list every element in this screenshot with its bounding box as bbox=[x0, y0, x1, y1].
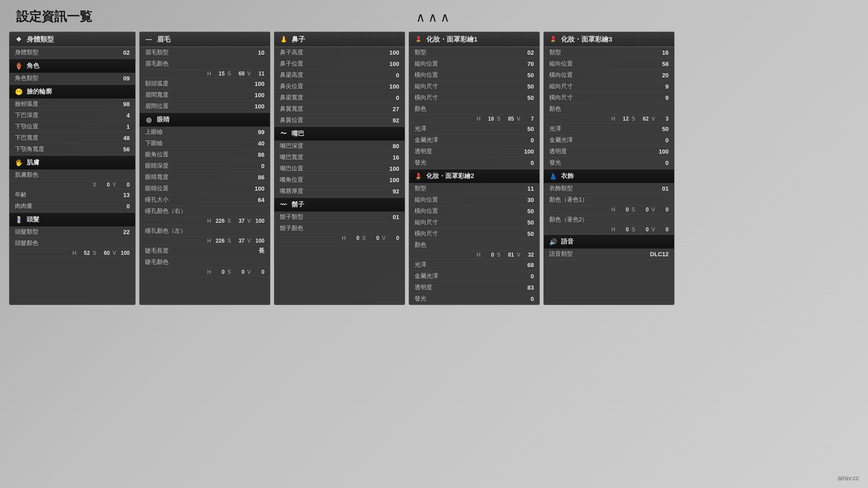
lash-len-row[interactable]: 睫毛長度 長 bbox=[140, 245, 270, 257]
mk3-metallic-row[interactable]: 金屬光澤 0 bbox=[544, 135, 674, 146]
voice-type-row[interactable]: 語音類型 DLC12 bbox=[544, 249, 674, 260]
eye-pos-row[interactable]: 眼睛位置 100 bbox=[140, 183, 270, 194]
beard-color-row[interactable]: 鬍子顏色 bbox=[274, 223, 405, 234]
mk3-opacity-row[interactable]: 透明度 100 bbox=[544, 146, 674, 157]
eyebrow-type-row[interactable]: 眉毛類型 10 bbox=[140, 47, 270, 58]
beard-type-row[interactable]: 鬍子類型 01 bbox=[274, 211, 405, 223]
mk3-type-row[interactable]: 類型 16 bbox=[544, 47, 674, 58]
pupil-color-l-label: 瞳孔顏色（左） bbox=[145, 227, 186, 235]
mk2-gloss-row[interactable]: 光澤 68 bbox=[409, 259, 539, 271]
mk1-metallic-row[interactable]: 金屬光澤 0 bbox=[409, 135, 539, 146]
face-jaw-width-row[interactable]: 下顎角寬度 56 bbox=[9, 144, 135, 155]
mk1-hpos-row[interactable]: 橫向位置 50 bbox=[409, 70, 539, 81]
mouth-pos-row[interactable]: 嘴巴位置 100 bbox=[274, 163, 405, 174]
mk2-vpos-row[interactable]: 縦向位置 30 bbox=[409, 194, 539, 206]
section-makeup2: 💄 化妝・面罩彩繪2 bbox=[409, 169, 539, 183]
mk2-metallic-row[interactable]: 金屬光澤 0 bbox=[409, 271, 539, 282]
eyes-label: 眼睛 bbox=[157, 116, 170, 124]
mk2-vsize-row[interactable]: 縦向尺寸 50 bbox=[409, 217, 539, 228]
brow-pos-row[interactable]: 眉間位置 100 bbox=[140, 101, 270, 112]
mk1-glow-row[interactable]: 發光 0 bbox=[409, 157, 539, 169]
mk2-hpos-row[interactable]: 橫向位置 50 bbox=[409, 206, 539, 217]
mk3-hpos-row[interactable]: 橫向位置 20 bbox=[544, 70, 674, 81]
nose-bridge-h-row[interactable]: 鼻梁高度 0 bbox=[274, 70, 405, 81]
mouth-depth-row[interactable]: 嘴巴深度 80 bbox=[274, 141, 405, 152]
eyebrow-color-row[interactable]: 眉毛顏色 bbox=[140, 58, 270, 70]
mk2-type-row[interactable]: 類型 11 bbox=[409, 183, 539, 194]
mk1-gloss-row[interactable]: 光澤 50 bbox=[409, 123, 539, 135]
brow-gap-row[interactable]: 眉間寬度 100 bbox=[140, 89, 270, 101]
nose-bridge-w-row[interactable]: 鼻梁寬度 0 bbox=[274, 92, 405, 103]
mouth-corner-row[interactable]: 嘴角位置 100 bbox=[274, 174, 405, 186]
hair-type-row[interactable]: 頭髮類型 22 bbox=[9, 226, 135, 238]
mouth-width-row[interactable]: 嘴巴寬度 16 bbox=[274, 152, 405, 163]
lip-thickness-value: 92 bbox=[393, 188, 399, 195]
character-type-row[interactable]: 角色類型 09 bbox=[9, 73, 135, 84]
clothing-color2-label: 顏色（著色2） bbox=[549, 216, 588, 224]
mk2-color-row[interactable]: 顏色 bbox=[409, 239, 539, 251]
mk1-glow-value: 0 bbox=[531, 160, 534, 166]
nose-tip-label: 鼻尖位置 bbox=[280, 82, 303, 90]
section-eyes: ◎ 眼睛 bbox=[140, 113, 270, 127]
face-chin-width-row[interactable]: 下巴寬度 48 bbox=[9, 132, 135, 144]
mk2-glow-row[interactable]: 發光 0 bbox=[409, 293, 539, 305]
pupil-size-row[interactable]: 瞳孔大小 64 bbox=[140, 194, 270, 206]
mk1-hsize-row[interactable]: 橫向尺寸 50 bbox=[409, 92, 539, 103]
upper-eyelid-row[interactable]: 上眼瞼 99 bbox=[140, 127, 270, 138]
face-jaw-pos-row[interactable]: 下顎位置 1 bbox=[9, 121, 135, 132]
muscle-value: 0 bbox=[127, 203, 130, 210]
muscle-row[interactable]: 肉肉量 0 bbox=[9, 201, 135, 212]
mk1-vpos-label: 縦向位置 bbox=[415, 60, 438, 68]
mk2-hsize-row[interactable]: 橫向尺寸 50 bbox=[409, 228, 539, 239]
clothing-color1-row[interactable]: 顏色（著色1） bbox=[544, 194, 674, 206]
lower-eyelid-row[interactable]: 下眼瞼 40 bbox=[140, 138, 270, 149]
face-chin-depth-row[interactable]: 下巴深度 4 bbox=[9, 110, 135, 121]
eye-corner-row[interactable]: 眼角位置 86 bbox=[140, 149, 270, 160]
beard-label: 鬍子 bbox=[292, 201, 304, 209]
mk1-vsize-row[interactable]: 縦向尺寸 50 bbox=[409, 81, 539, 92]
character-label: 角色 bbox=[27, 62, 39, 70]
mk1-color-row[interactable]: 顏色 bbox=[409, 103, 539, 115]
lip-thickness-row[interactable]: 嘴唇厚度 92 bbox=[274, 186, 405, 197]
body-type-field: 身體類型 bbox=[15, 48, 38, 56]
nose-pos-row[interactable]: 鼻子位置 100 bbox=[274, 58, 405, 70]
nose-height-row[interactable]: 鼻子高度 100 bbox=[274, 47, 405, 58]
hair-color-row[interactable]: 頭髮顏色 bbox=[9, 238, 135, 249]
mk1-glow-label: 發光 bbox=[415, 159, 426, 167]
nostril-w-row[interactable]: 鼻翼寬度 27 bbox=[274, 103, 405, 115]
mk3-hsize-row[interactable]: 橫向尺寸 9 bbox=[544, 92, 674, 103]
lash-color-row[interactable]: 睫毛顏色 bbox=[140, 257, 270, 268]
mk2-color-label: 顏色 bbox=[415, 241, 426, 249]
mk3-gloss-row[interactable]: 光澤 50 bbox=[544, 123, 674, 135]
nostril-pos-value: 92 bbox=[393, 117, 399, 124]
eye-depth-row[interactable]: 眼睛深度 0 bbox=[140, 160, 270, 172]
mk3-vpos-row[interactable]: 縦向位置 58 bbox=[544, 58, 674, 70]
lash-len-value: 長 bbox=[259, 247, 264, 255]
clothing-type-value: 01 bbox=[662, 185, 669, 192]
mk3-color-row[interactable]: 顏色 bbox=[544, 103, 674, 115]
forehead-arc-row[interactable]: 額頭弧度 100 bbox=[140, 78, 270, 89]
mk1-opacity-row[interactable]: 透明度 100 bbox=[409, 146, 539, 157]
section-character: 🏺 角色 bbox=[9, 59, 135, 73]
mk2-opacity-row[interactable]: 透明度 83 bbox=[409, 282, 539, 293]
pupil-color-l-row[interactable]: 瞳孔顏色（左） bbox=[140, 225, 270, 237]
makeup3-icon: 💄 bbox=[548, 35, 557, 44]
panel-col5: 💄 化妝・面罩彩繪3 類型 16 縦向位置 58 橫向位置 20 縦向尺寸 9 … bbox=[543, 32, 675, 305]
mk3-vsize-row[interactable]: 縦向尺寸 9 bbox=[544, 81, 674, 92]
mk1-type-row[interactable]: 類型 02 bbox=[409, 47, 539, 58]
eyebrow-type-value: 10 bbox=[258, 49, 264, 56]
clothing-type-row[interactable]: 衣飾類型 01 bbox=[544, 183, 674, 194]
mk3-glow-row[interactable]: 發光 0 bbox=[544, 157, 674, 169]
eye-width-row[interactable]: 眼睛寬度 86 bbox=[140, 172, 270, 183]
mk1-vpos-row[interactable]: 縦向位置 70 bbox=[409, 58, 539, 70]
pupil-color-r-row[interactable]: 瞳孔顏色（右） bbox=[140, 206, 270, 217]
clothing-color2-row[interactable]: 顏色（著色2） bbox=[544, 214, 674, 225]
nostril-pos-row[interactable]: 鼻翼位置 92 bbox=[274, 115, 405, 126]
body-type-row[interactable]: 身體類型 02 bbox=[9, 47, 135, 58]
age-row[interactable]: 年齢 13 bbox=[9, 189, 135, 201]
skin-color-row[interactable]: 肌膚顏色 bbox=[9, 169, 135, 181]
face-cheek-row[interactable]: 臉頰弧度 98 bbox=[9, 99, 135, 110]
nose-tip-row[interactable]: 鼻尖位置 100 bbox=[274, 81, 405, 92]
mk2-opacity-label: 透明度 bbox=[415, 283, 432, 291]
mk3-opacity-label: 透明度 bbox=[549, 147, 567, 155]
